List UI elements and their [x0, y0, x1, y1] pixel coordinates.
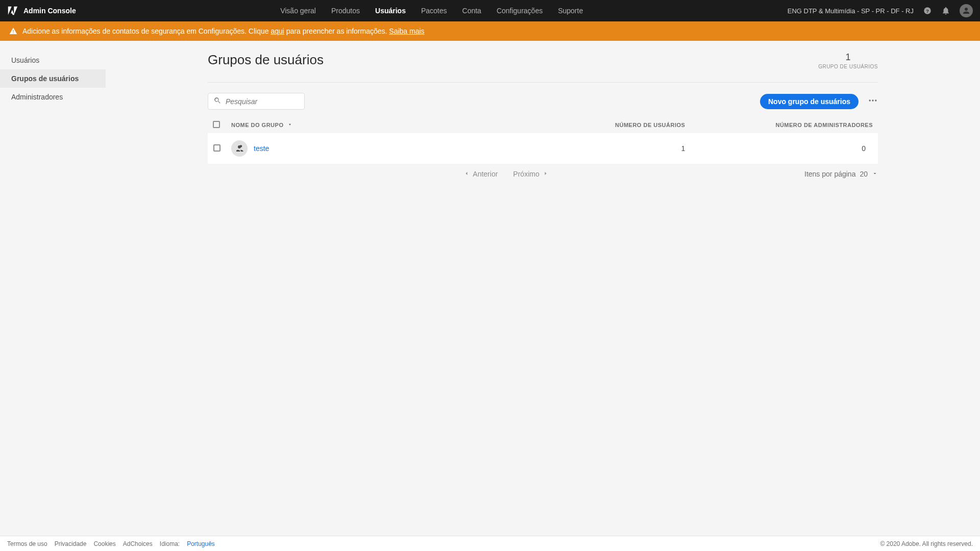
pagination: Anterior Próximo Itens por página 20	[208, 170, 878, 178]
topbar: Admin Console Visão geral Produtos Usuár…	[0, 0, 980, 21]
sidebar: Usuários Grupos de usuários Administrado…	[0, 41, 106, 535]
per-page-selector[interactable]: Itens por página 20	[804, 170, 878, 178]
footer-links: Termos de uso Privacidade Cookies AdChoi…	[7, 540, 215, 547]
sidebar-item-groups[interactable]: Grupos de usuários	[0, 69, 106, 88]
security-banner: Adicione as informações de contatos de s…	[0, 21, 980, 41]
avatar-icon[interactable]	[960, 4, 973, 17]
banner-link-here[interactable]: aqui	[271, 27, 284, 35]
banner-text: Adicione as informações de contatos de s…	[22, 27, 425, 35]
adobe-logo-icon	[7, 5, 18, 16]
banner-middle: para preencher as informações.	[284, 27, 389, 35]
svg-point-2	[869, 99, 871, 101]
nav-settings[interactable]: Configurações	[497, 7, 543, 15]
page-title: Grupos de usuários	[208, 52, 324, 68]
org-name[interactable]: ENG DTP & Multimídia - SP - PR - DF - RJ	[788, 7, 914, 15]
footer-copyright: © 2020 Adobe. All rights reserved.	[880, 540, 973, 547]
app-name: Admin Console	[23, 7, 76, 15]
next-button[interactable]: Próximo	[513, 170, 548, 178]
svg-point-4	[875, 99, 876, 101]
pagination-center: Anterior Próximo	[463, 170, 548, 178]
group-name-link[interactable]: teste	[254, 144, 269, 153]
bell-icon[interactable]	[941, 6, 950, 15]
toolbar: Novo grupo de usuários	[208, 93, 878, 110]
topnav: Visão geral Produtos Usuários Pacotes Co…	[280, 7, 583, 15]
sidebar-item-users[interactable]: Usuários	[0, 51, 106, 69]
page-header: Grupos de usuários 1 GRUPO DE USUÁRIOS	[208, 52, 878, 69]
prev-label: Anterior	[473, 170, 498, 178]
table-row[interactable]: teste 1 0	[208, 133, 878, 164]
footer-language-value[interactable]: Português	[187, 540, 215, 547]
header-group-name[interactable]: NOME DO GRUPO	[226, 117, 503, 133]
banner-prefix: Adicione as informações de contatos de s…	[22, 27, 271, 35]
stat-number: 1	[818, 52, 878, 63]
chevron-down-icon	[872, 170, 878, 178]
search-box[interactable]	[208, 93, 305, 110]
more-icon[interactable]	[868, 95, 878, 107]
help-icon[interactable]: ?	[923, 6, 932, 15]
nav-packages[interactable]: Pacotes	[421, 7, 447, 15]
footer-privacy[interactable]: Privacidade	[55, 540, 87, 547]
per-page-value: 20	[860, 170, 868, 178]
footer-cookies[interactable]: Cookies	[93, 540, 115, 547]
sidebar-item-admins[interactable]: Administradores	[0, 88, 106, 106]
toolbar-right: Novo grupo de usuários	[760, 94, 878, 109]
page-stats: 1 GRUPO DE USUÁRIOS	[818, 52, 878, 69]
header-user-count[interactable]: NÚMERO DE USUÁRIOS	[503, 117, 691, 133]
svg-text:?: ?	[926, 8, 929, 14]
groups-table: NOME DO GRUPO NÚMERO DE USUÁRIOS NÚMERO …	[208, 117, 878, 164]
brand[interactable]: Admin Console	[7, 5, 76, 16]
nav-users[interactable]: Usuários	[375, 7, 406, 15]
header-group-name-label: NOME DO GRUPO	[231, 122, 283, 128]
row-name-cell: teste	[226, 133, 503, 164]
warning-icon	[9, 27, 17, 35]
row-admin-count: 0	[690, 133, 878, 164]
row-checkbox-cell	[208, 133, 226, 164]
footer-terms[interactable]: Termos de uso	[7, 540, 47, 547]
topbar-right: ENG DTP & Multimídia - SP - PR - DF - RJ…	[788, 4, 973, 17]
group-avatar-icon	[231, 140, 248, 157]
header-checkbox-cell	[208, 117, 226, 133]
per-page-label: Itens por página	[804, 170, 855, 178]
banner-link-learn-more[interactable]: Saiba mais	[389, 27, 424, 35]
search-icon	[213, 96, 222, 106]
search-input[interactable]	[226, 97, 299, 106]
new-group-button[interactable]: Novo grupo de usuários	[760, 94, 859, 109]
chevron-left-icon	[463, 170, 470, 178]
select-all-checkbox[interactable]	[213, 121, 220, 128]
next-label: Próximo	[513, 170, 539, 178]
divider	[208, 82, 878, 83]
stat-label: GRUPO DE USUÁRIOS	[818, 64, 878, 69]
header-admin-count[interactable]: NÚMERO DE ADMINISTRADORES	[690, 117, 878, 133]
footer-adchoices[interactable]: AdChoices	[123, 540, 153, 547]
nav-account[interactable]: Conta	[462, 7, 481, 15]
nav-products[interactable]: Produtos	[331, 7, 360, 15]
sort-down-icon	[287, 122, 292, 128]
chevron-right-icon	[543, 170, 549, 178]
layout: Usuários Grupos de usuários Administrado…	[0, 41, 980, 535]
row-checkbox[interactable]	[213, 144, 220, 152]
footer-language-label: Idioma:	[160, 540, 180, 547]
prev-button[interactable]: Anterior	[463, 170, 498, 178]
svg-point-3	[872, 99, 873, 101]
footer: Termos de uso Privacidade Cookies AdChoi…	[0, 536, 980, 551]
row-user-count: 1	[503, 133, 691, 164]
nav-support[interactable]: Suporte	[558, 7, 583, 15]
content: Grupos de usuários 1 GRUPO DE USUÁRIOS N…	[106, 41, 980, 535]
nav-overview[interactable]: Visão geral	[280, 7, 316, 15]
